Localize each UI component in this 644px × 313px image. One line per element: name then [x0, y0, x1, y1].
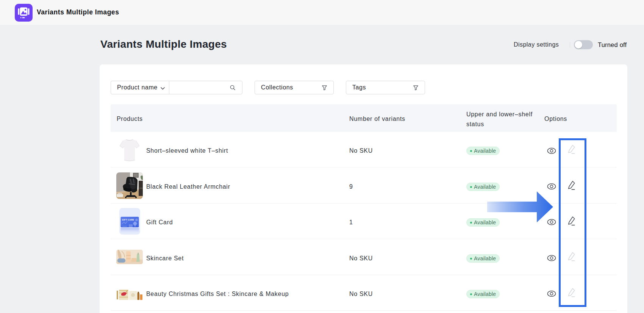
svg-text:GIFT CARD: GIFT CARD	[122, 219, 134, 221]
